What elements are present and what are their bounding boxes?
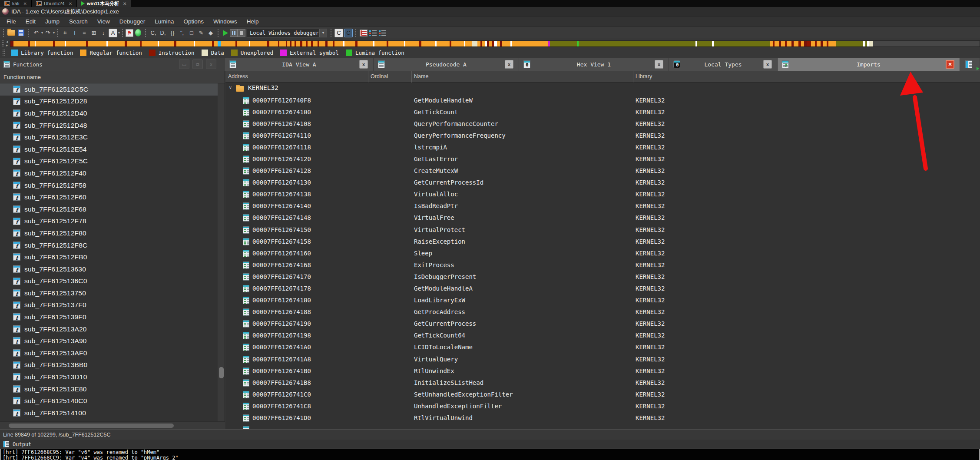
- import-row[interactable]: 00007FF612674130GetCurrentProcessIdKERNE…: [225, 177, 980, 189]
- create-data-icon[interactable]: D,: [159, 29, 167, 37]
- import-row[interactable]: 00007FF612674180LoadLibraryExWKERNEL32: [225, 295, 980, 306]
- import-row[interactable]: 00007FF612674150VirtualProtectKERNEL32: [225, 224, 980, 236]
- function-list-item[interactable]: sub_7FF612513A90: [0, 335, 218, 347]
- create-c-type-icon[interactable]: C,: [149, 29, 158, 37]
- function-list-item[interactable]: sub_7FF612512E5C: [0, 156, 218, 168]
- functions-hscroll-thumb[interactable]: [9, 424, 174, 428]
- import-row[interactable]: 00007FF612674100GetTickCountKERNEL32: [225, 106, 980, 118]
- function-list-item[interactable]: sub_7FF612512F78: [0, 215, 218, 228]
- import-row[interactable]: 00007FF612674138VirtualAllocKERNEL32: [225, 189, 980, 200]
- stack-list-icon[interactable]: [378, 29, 387, 37]
- menu-edit[interactable]: Edit: [21, 18, 40, 25]
- function-list-item[interactable]: sub_7FF612513BB0: [0, 359, 218, 371]
- import-row-partial[interactable]: [225, 424, 980, 429]
- column-header-address[interactable]: Address: [228, 73, 248, 79]
- chevron-down-icon[interactable]: ▼: [320, 29, 327, 37]
- toolbar-drag-handle[interactable]: [217, 29, 219, 37]
- import-row[interactable]: 00007FF612674178GetModuleHandleAKERNEL32: [225, 283, 980, 295]
- function-list-item[interactable]: sub_7FF612512F58: [0, 179, 218, 192]
- close-icon[interactable]: x: [763, 60, 772, 69]
- functions-vscroll-thumb[interactable]: [219, 367, 224, 378]
- save-button[interactable]: [17, 29, 25, 37]
- import-row[interactable]: 00007FF612674110QueryPerformanceFrequenc…: [225, 130, 980, 142]
- tab-imports[interactable]: Imports✕: [778, 58, 960, 71]
- column-header-ordinal[interactable]: Ordinal: [371, 73, 388, 79]
- diamond-icon[interactable]: ◆: [206, 29, 215, 37]
- function-list-item[interactable]: sub_7FF6125140C0: [0, 395, 218, 407]
- import-row[interactable]: 00007FF612674120GetLastErrorKERNEL32: [225, 153, 980, 165]
- start-debugger-icon[interactable]: [223, 30, 228, 36]
- function-list-item[interactable]: sub_7FF612512C5C: [0, 83, 218, 96]
- function-list-item[interactable]: sub_7FF612513750: [0, 287, 218, 299]
- functions-vertical-scrollbar[interactable]: [218, 83, 225, 421]
- c-source-icon[interactable]: C: [334, 29, 343, 37]
- function-list-item[interactable]: sub_7FF612512F40: [0, 167, 218, 179]
- toolbar-drag-handle[interactable]: [3, 29, 5, 37]
- back-dropdown-icon[interactable]: ▾: [41, 31, 43, 35]
- function-list-item[interactable]: sub_7FF612512FB0: [0, 251, 218, 263]
- create-array-icon[interactable]: □: [187, 29, 196, 37]
- import-row[interactable]: 00007FF612674158RaiseExceptionKERNEL32: [225, 236, 980, 248]
- import-row[interactable]: 00007FF612674198GetTickCount64KERNEL32: [225, 330, 980, 341]
- import-row[interactable]: 00007FF6126741C0SetUnhandledExceptionFil…: [225, 389, 980, 400]
- tab-hex-view-1[interactable]: Hex View-1x: [519, 58, 669, 71]
- import-row[interactable]: 00007FF6126741D0RtlVirtualUnwindKERNEL32: [225, 412, 980, 424]
- vm-tab-kali[interactable]: kali✕: [0, 0, 32, 7]
- functions-column-header[interactable]: Function name: [0, 71, 225, 83]
- string-literal-icon[interactable]: ",: [178, 29, 186, 37]
- menu-view[interactable]: View: [93, 18, 115, 25]
- function-list-item[interactable]: sub_7FF612512D48: [0, 119, 218, 132]
- close-icon[interactable]: x: [655, 60, 663, 69]
- import-row[interactable]: 00007FF612674148VirtualFreeKERNEL32: [225, 212, 980, 224]
- function-list-item[interactable]: sub_7FF612512D28: [0, 96, 218, 108]
- toolbar-drag-handle[interactable]: [330, 29, 332, 37]
- ascii-icon[interactable]: A: [109, 29, 117, 37]
- function-list-item[interactable]: sub_7FF612513A20: [0, 323, 218, 335]
- function-list-item[interactable]: sub_7FF6125137F0: [0, 299, 218, 311]
- forward-icon[interactable]: ↷: [43, 29, 52, 37]
- function-list-item[interactable]: sub_7FF612514100: [0, 407, 218, 419]
- jump-down-icon[interactable]: ↓: [99, 29, 108, 37]
- window-list-icon[interactable]: [960, 58, 980, 71]
- import-row[interactable]: 00007FF612674140IsBadReadPtrKERNEL32: [225, 200, 980, 212]
- float-button[interactable]: ⧉: [192, 60, 203, 69]
- import-row[interactable]: 00007FF612674108QueryPerformanceCounterK…: [225, 118, 980, 130]
- function-list-item[interactable]: sub_7FF612512F60: [0, 191, 218, 203]
- pause-debugger-icon[interactable]: [230, 29, 238, 37]
- function-list-item[interactable]: sub_7FF612513630: [0, 263, 218, 275]
- forward-dropdown-icon[interactable]: ▾: [53, 31, 55, 35]
- import-row[interactable]: 00007FF6126741A8VirtualQueryKERNEL32: [225, 354, 980, 365]
- import-row[interactable]: 00007FF6126740F8GetModuleHandleWKERNEL32: [225, 95, 980, 106]
- stop-debugger-icon[interactable]: [238, 29, 245, 37]
- menu-debugger[interactable]: Debugger: [115, 18, 150, 25]
- debugger-selector[interactable]: Local Windows debugger▼: [247, 29, 327, 37]
- names-window-icon[interactable]: T: [70, 29, 79, 37]
- column-header-name[interactable]: Name: [414, 73, 428, 79]
- menu-lumina[interactable]: Lumina: [150, 18, 179, 25]
- import-row[interactable]: 00007FF6126741B0RtlUnwindExKERNEL32: [225, 365, 980, 377]
- close-icon[interactable]: ✕: [946, 60, 954, 69]
- create-struct-icon[interactable]: {}: [168, 29, 177, 37]
- navband-arrows-icon[interactable]: ◂▸: [4, 40, 10, 47]
- navigation-band[interactable]: [10, 40, 980, 47]
- toolbar-drag-handle[interactable]: [27, 29, 30, 37]
- import-row[interactable]: 00007FF6126741A0LCIDToLocaleNameKERNEL32: [225, 341, 980, 353]
- tab-ida-view-a[interactable]: IDA View-Ax: [225, 58, 374, 71]
- bookmark-icon[interactable]: ⚑: [126, 29, 133, 37]
- debugger-selector-value[interactable]: Local Windows debugger: [247, 29, 320, 37]
- menu-jump[interactable]: Jump: [40, 18, 64, 25]
- close-icon[interactable]: ✕: [23, 1, 27, 6]
- function-list-item[interactable]: sub_7FF612513E80: [0, 383, 218, 395]
- vm-tab-win11木马分析[interactable]: win11木马分析✕: [77, 0, 131, 7]
- function-list-item[interactable]: sub_7FF612512D40: [0, 107, 218, 119]
- output-tab[interactable]: Output: [13, 441, 31, 447]
- tab-pseudocode-a[interactable]: Pseudocode-Ax: [374, 58, 519, 71]
- tab-local-types[interactable]: Local Typesx: [669, 58, 778, 71]
- function-list-item[interactable]: sub_7FF612512F68: [0, 203, 218, 215]
- toolbar-drag-handle[interactable]: [56, 29, 59, 37]
- segments-icon[interactable]: ⊞: [89, 29, 98, 37]
- vm-tab-Ubuntu24[interactable]: Ubuntu24✕: [32, 0, 77, 7]
- function-list-item[interactable]: sub_7FF6125139F0: [0, 311, 218, 323]
- menu-options[interactable]: Options: [179, 18, 209, 25]
- output-list-icon[interactable]: [359, 29, 368, 37]
